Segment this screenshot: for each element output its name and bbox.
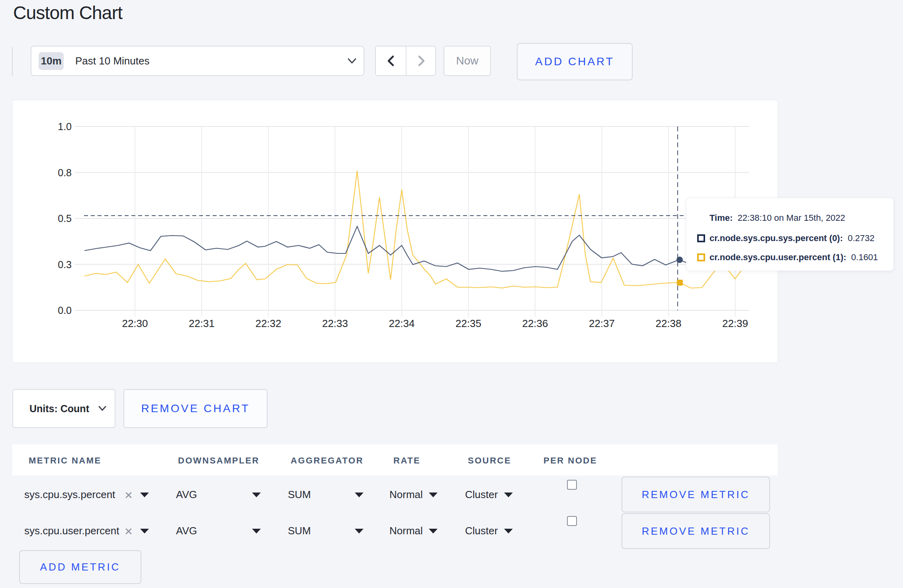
svg-text:0.8: 0.8 (58, 167, 72, 178)
svg-text:0.0: 0.0 (58, 305, 72, 316)
svg-text:22:36: 22:36 (522, 317, 548, 329)
svg-text:22:38: 22:38 (655, 317, 681, 329)
svg-text:1.0: 1.0 (58, 121, 72, 132)
svg-text:0.3: 0.3 (58, 259, 72, 270)
svg-text:22:35: 22:35 (455, 317, 481, 329)
svg-text:22:33: 22:33 (322, 317, 348, 329)
svg-text:22:39: 22:39 (722, 317, 748, 329)
svg-text:22:34: 22:34 (389, 317, 414, 329)
svg-text:22:32: 22:32 (255, 317, 281, 329)
svg-text:22:30: 22:30 (122, 317, 148, 329)
svg-text:0.5: 0.5 (58, 213, 72, 224)
svg-text:22:31: 22:31 (189, 317, 215, 329)
svg-text:22:37: 22:37 (589, 317, 615, 329)
